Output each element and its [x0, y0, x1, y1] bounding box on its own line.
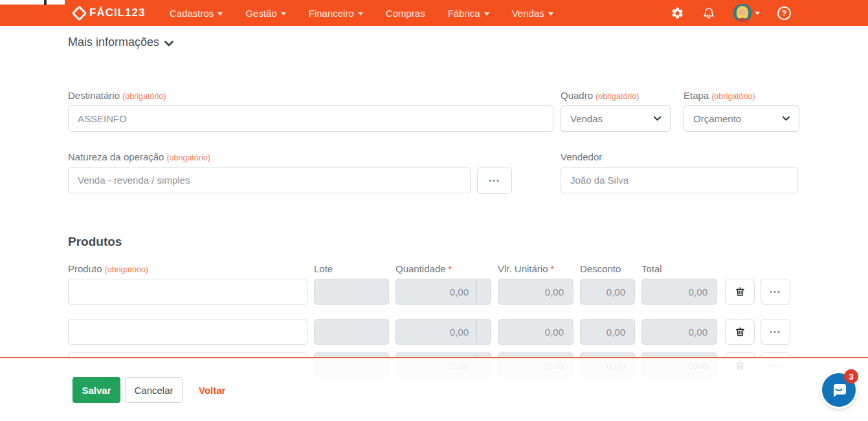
avatar — [733, 4, 751, 22]
produto-input[interactable] — [68, 279, 307, 305]
caret-down-icon — [217, 12, 223, 16]
nav-item-label: Compras — [386, 8, 425, 19]
desconto-input — [580, 279, 635, 305]
trash-icon — [735, 326, 746, 338]
nav-item-gestao[interactable]: Gestão — [245, 8, 285, 19]
cancel-button[interactable]: Cancelar — [125, 377, 183, 403]
desconto-input — [580, 319, 635, 345]
nav-item-label: Vendas — [512, 8, 544, 19]
caret-down-icon — [281, 12, 286, 16]
top-navbar: FÁCIL123 Cadastros Gestão Financeiro Com… — [0, 0, 868, 26]
col-total-header: Total — [641, 263, 662, 274]
back-link[interactable]: Voltar — [199, 377, 225, 403]
main-menu: Cadastros Gestão Financeiro Compras Fábr… — [170, 0, 553, 26]
products-section-title: Produtos — [68, 235, 122, 249]
ellipsis-icon: ••• — [770, 288, 781, 296]
bell-icon[interactable] — [702, 6, 716, 20]
brand-name: FÁCIL123 — [89, 6, 145, 19]
nav-item-label: Financeiro — [309, 8, 354, 19]
help-icon[interactable] — [777, 6, 791, 20]
save-button[interactable]: Salvar — [72, 377, 120, 403]
vlr-unitario-input — [498, 279, 573, 305]
natureza-lookup-button[interactable]: ••• — [477, 167, 512, 194]
col-lote-header: Lote — [314, 263, 333, 274]
chevron-down-icon — [164, 41, 173, 47]
nav-item-financeiro[interactable]: Financeiro — [309, 8, 363, 19]
destinatario-label: Destinatário(obrigatório) — [68, 90, 166, 101]
quantidade-input — [395, 319, 491, 345]
lote-input — [314, 319, 389, 345]
col-vlr-unitario-header: Vlr. Unitário* — [498, 263, 554, 274]
total-input — [641, 319, 717, 345]
col-quantidade-header: Quantidade* — [395, 263, 452, 274]
delete-row-button[interactable] — [725, 279, 755, 305]
more-info-label: Mais informações — [68, 36, 159, 49]
produto-input[interactable] — [68, 319, 307, 345]
caret-down-icon — [484, 12, 489, 16]
destinatario-input[interactable] — [68, 105, 553, 132]
caret-down-icon — [358, 12, 363, 16]
ellipsis-icon: ••• — [489, 177, 500, 184]
vendedor-input[interactable] — [561, 167, 798, 193]
col-desconto-header: Desconto — [580, 263, 621, 274]
caret-down-icon — [755, 12, 760, 15]
nav-item-label: Cadastros — [170, 8, 214, 19]
gear-icon[interactable] — [670, 6, 684, 20]
apps-grid-icon[interactable] — [638, 6, 652, 20]
vendedor-label: Vendedor — [561, 151, 602, 162]
nav-item-fabrica[interactable]: Fábrica — [448, 8, 489, 19]
etapa-selected-value: Orçamento — [693, 113, 741, 124]
nav-item-compras[interactable]: Compras — [386, 8, 425, 19]
delete-row-button[interactable] — [725, 319, 755, 345]
nav-item-label: Fábrica — [448, 8, 480, 19]
row-more-button[interactable]: ••• — [761, 319, 790, 345]
chevron-down-icon — [783, 116, 790, 121]
natureza-label: Natureza da operação(obrigatório) — [68, 151, 210, 162]
etapa-select[interactable]: Orçamento — [684, 105, 799, 132]
trash-icon — [735, 286, 746, 297]
user-menu[interactable] — [733, 4, 760, 22]
chevron-down-icon — [654, 116, 661, 121]
quadro-select[interactable]: Vendas — [561, 105, 671, 132]
chat-unread-badge: 3 — [844, 369, 858, 383]
row-more-button[interactable]: ••• — [761, 279, 790, 305]
navbar-icons — [638, 0, 791, 26]
total-input — [641, 279, 717, 305]
quadro-selected-value: Vendas — [570, 113, 603, 124]
brand-diamond-icon — [71, 5, 87, 21]
col-produto-header: Produto(obrigatório) — [68, 263, 148, 274]
chat-launcher[interactable]: 3 — [822, 373, 856, 407]
quadro-label: Quadro(obrigatório) — [561, 90, 639, 101]
ellipsis-icon: ••• — [770, 329, 781, 336]
caret-down-icon — [548, 12, 553, 16]
more-info-toggle[interactable]: Mais informações — [68, 36, 173, 49]
quantidade-input — [395, 279, 491, 305]
page: FÁCIL123 Cadastros Gestão Financeiro Com… — [0, 0, 868, 421]
vlr-unitario-input — [498, 319, 573, 345]
natureza-input[interactable] — [68, 167, 471, 193]
etapa-label: Etapa(obrigatório) — [684, 90, 755, 101]
chat-bubble-icon — [830, 381, 848, 399]
lote-input — [314, 279, 389, 305]
brand-logo[interactable]: FÁCIL123 — [74, 0, 145, 26]
nav-item-label: Gestão — [245, 8, 276, 19]
nav-item-cadastros[interactable]: Cadastros — [170, 8, 223, 19]
scroll-artifact — [0, 0, 65, 5]
nav-item-vendas[interactable]: Vendas — [512, 8, 553, 19]
